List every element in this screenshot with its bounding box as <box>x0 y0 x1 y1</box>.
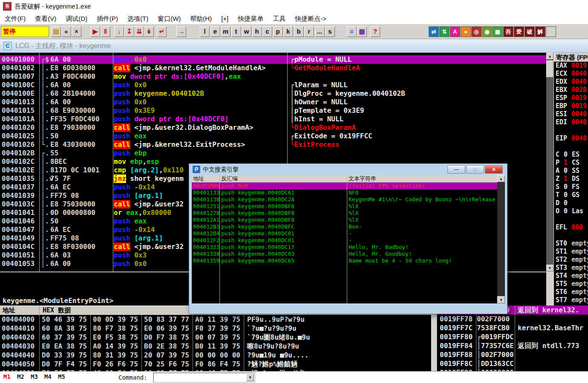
comment-row[interactable]: └GetModuleHandleA <box>288 64 546 72</box>
string-result-row[interactable]: 00401338push keygenme.0040DC03Hello, Mr.… <box>192 251 497 257</box>
flag-row[interactable]: D0 <box>556 199 588 207</box>
breakpoint-list-icon[interactable]: ≡ <box>347 26 357 37</box>
memory-tab-M2[interactable]: M2 <box>17 373 24 380</box>
screen-plugin-icon[interactable]: ▣ <box>493 26 503 37</box>
pane-shortcut-b[interactable]: b <box>294 26 304 37</box>
string-result-row[interactable]: 00401359push keygenme.0040DC65Name must … <box>192 257 497 264</box>
fpu-row[interactable]: ST5empty <box>556 280 588 288</box>
wu-plugin-icon[interactable]: 吾 <box>503 26 513 37</box>
comment-row[interactable]: └ExitProcess <box>288 140 546 149</box>
help-icon[interactable]: ? <box>370 26 380 37</box>
cpu-window-titlebar[interactable]: C LCG - 主线程, 模块 - keygenme <box>0 39 588 53</box>
disasm-row[interactable]: 00401000┌$6A 00push 0x0 <box>0 55 287 64</box>
comment-row[interactable]: │hInst = NULL <box>288 115 546 123</box>
string-result-row[interactable]: 004012B3push keygenme.0040DBFCBon- <box>192 223 497 230</box>
disasm-row[interactable]: 00401020│.E8 79030000call <jmp.&user32.D… <box>0 123 287 132</box>
disasm-row[interactable]: 00401002│.E8 6D030000call <jmp.&kernel32… <box>0 64 287 72</box>
run-icon[interactable]: ▶ <box>90 26 100 37</box>
memory-tab-M1[interactable]: M1 <box>3 373 11 380</box>
string-result-row[interactable]: 00401278push keygenme.0040DBF8%lX <box>192 210 497 217</box>
fpu-row[interactable]: ST0empty <box>556 240 588 248</box>
windows-list-icon[interactable]: ▦ <box>357 26 367 37</box>
string-result-row[interactable]: 00401000push 0x0(Initial CPU selection) <box>192 183 497 189</box>
updown-plugin-icon[interactable]: ⇅ <box>439 26 450 37</box>
command-input[interactable] <box>154 374 246 381</box>
comment-row[interactable]: └DialogBoxParamA <box>288 123 546 132</box>
comment-row[interactable]: │pTemplate = 0x3E9 <box>288 106 546 115</box>
pause-icon[interactable]: ‖ <box>101 26 110 37</box>
register-row[interactable]: EAX0019 <box>556 62 588 70</box>
menu-item[interactable]: 快捷菜单 <box>233 13 268 24</box>
fpu-row[interactable]: ST7empty <box>556 296 588 304</box>
menu-item[interactable]: 快捷断点-> <box>290 13 331 24</box>
comment-row[interactable]: │hOwner = NULL <box>288 98 546 106</box>
disasm-row[interactable]: 0040101A│.FF35 F0DC400push dword ptr ds:… <box>0 115 287 123</box>
ai-plugin-icon[interactable]: 爱 <box>514 26 524 37</box>
stack-row[interactable]: 0019FF80┌0019FFDC <box>437 332 588 341</box>
blank-button[interactable] <box>546 26 556 37</box>
register-row[interactable]: ESI0040 <box>556 110 588 118</box>
register-row[interactable]: EIP0040 <box>556 134 588 143</box>
pane-shortcut-c[interactable]: c <box>262 26 272 37</box>
disasm-row[interactable]: 0040100E│.68 2B104000push keygenme.00401… <box>0 89 287 98</box>
register-row[interactable]: ESP0019 <box>556 94 588 102</box>
flag-row[interactable]: P1CS <box>556 159 588 167</box>
dump-row[interactable]: 00404030E0 EA 38 75A0 14 39 75B0 2E 38 7… <box>0 342 431 351</box>
menu-item[interactable]: 文件(F) <box>0 13 30 24</box>
stack-row[interactable]: 0019FF7C7538FCB0kernel32.BaseThr <box>437 323 588 332</box>
step-into-icon[interactable]: ↓ <box>114 26 124 37</box>
string-result-row[interactable]: 004012D4push keygenme.0040DC01- <box>192 230 497 237</box>
pane-shortcut-e[interactable]: e <box>210 26 220 37</box>
flag-row[interactable]: Z1DS <box>556 175 588 183</box>
dialog-scrollbar[interactable]: ▲ ▼ <box>497 175 505 303</box>
pane-shortcut-p[interactable]: p <box>273 26 283 37</box>
disasm-row[interactable]: 00401025│.50push eax <box>0 132 287 140</box>
dump-row[interactable]: 00404040D0 33 39 7580 31 39 7520 07 39 7… <box>0 351 431 360</box>
disasm-row[interactable]: 00401026└.E8 43030000call <jmp.&kernel32… <box>0 140 287 149</box>
fpu-row[interactable]: ST6empty <box>556 288 588 296</box>
flag-row[interactable]: C0ES <box>556 151 588 159</box>
stack-row[interactable]: 0019FF78002F7000 <box>437 314 588 323</box>
target-plugin-icon[interactable]: ◎ <box>471 26 481 37</box>
step-over-icon[interactable]: ↧ <box>124 26 134 37</box>
menu-item[interactable]: 插件(P) <box>92 13 123 24</box>
register-row[interactable]: EBP0019 <box>556 102 588 110</box>
disasm-row[interactable]: 00401013│.6A 00push 0x0 <box>0 98 287 106</box>
dump-row[interactable]: 0040400050 46 39 7500 0D 39 7550 83 37 7… <box>0 315 431 324</box>
jie-plugin-icon[interactable]: 解 <box>535 26 545 37</box>
menu-item[interactable]: 窗口(W) <box>153 13 185 24</box>
pane-shortcut-l[interactable]: l <box>200 26 210 37</box>
dump-row[interactable]: 0040401060 8A 38 7580 F7 38 75E0 06 39 7… <box>0 324 431 333</box>
menu-item[interactable]: 工具 <box>268 13 290 24</box>
register-row[interactable]: EBX002B <box>556 86 588 94</box>
swap-plugin-icon[interactable]: ⇄ <box>429 26 439 37</box>
comment-row[interactable]: ┌lParam = NULL <box>288 81 546 89</box>
execute-till-return-icon[interactable]: ↵ <box>157 26 167 37</box>
go-to-icon[interactable]: → <box>176 26 186 37</box>
disasm-scrollbar[interactable]: ▲ ▼ <box>546 53 553 272</box>
animate-over-icon[interactable]: ↡ <box>144 26 154 37</box>
flag-row[interactable]: S0FS <box>556 183 588 191</box>
fpu-row[interactable]: ST1empty <box>556 248 588 256</box>
ascii-plugin-icon[interactable]: A <box>450 26 460 37</box>
register-row[interactable]: EFL000 <box>556 223 588 232</box>
menu-item[interactable]: 查看(V) <box>30 13 61 24</box>
stack-row[interactable]: 0019FF88│002F7000 <box>437 350 588 359</box>
pane-shortcut-...[interactable]: ... <box>315 26 325 37</box>
po-plugin-icon[interactable]: 破 <box>525 26 535 37</box>
menu-item[interactable]: [+] <box>216 13 233 24</box>
comment-row[interactable]: ┌pModule = NULL <box>288 55 546 64</box>
capsule-plugin-icon[interactable]: ◉ <box>482 26 492 37</box>
memory-tab-M3[interactable]: M3 <box>31 373 38 380</box>
scroll-thumb[interactable] <box>546 60 553 77</box>
stack-row[interactable]: 0019FF90│00000000 <box>437 368 588 371</box>
pane-shortcut-w[interactable]: w <box>242 26 251 37</box>
string-result-row[interactable]: 00401323push keygenme.0040DC17Hello, Mr.… <box>192 244 497 251</box>
minimize-button[interactable]: — <box>447 165 465 174</box>
register-row[interactable]: EDX0040 <box>556 78 588 86</box>
memory-tab-M4[interactable]: M4 <box>44 373 52 380</box>
comment-row[interactable] <box>288 72 546 81</box>
string-result-row[interactable]: 00401133push keygenme.0040DC61NFO <box>192 189 497 196</box>
stack-row[interactable]: 0019FF84│77357C6E返回到 ntdll.773 <box>437 341 588 350</box>
register-row[interactable]: EDI0040 <box>556 118 588 126</box>
